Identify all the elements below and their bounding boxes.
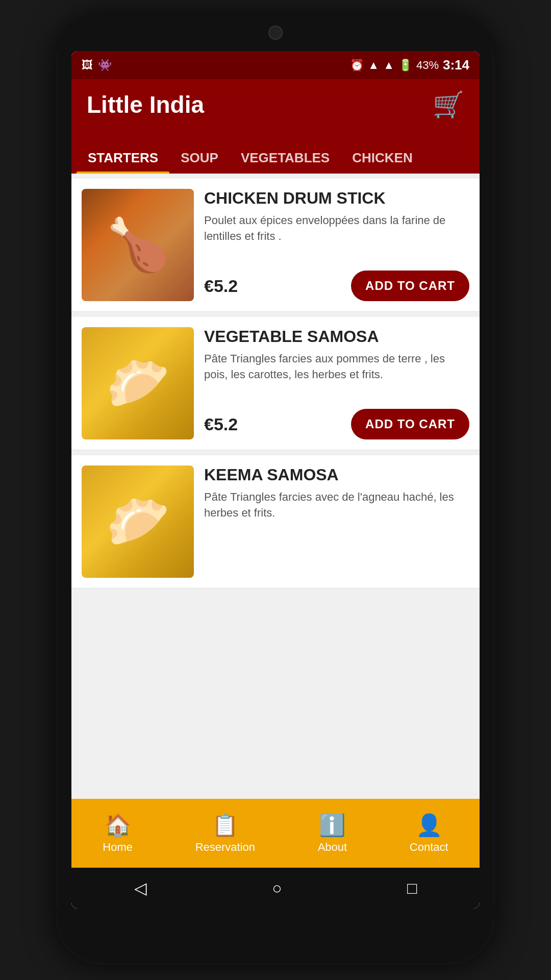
item-footer-samosa: €5.2 ADD TO CART <box>204 409 469 439</box>
item-price-drumstick: €5.2 <box>204 276 238 296</box>
recents-button[interactable]: □ <box>407 879 417 898</box>
app-title: Little India <box>87 91 204 118</box>
reservation-icon: 📋 <box>212 813 238 838</box>
alarm-icon: ⏰ <box>350 59 364 72</box>
home-button[interactable]: ○ <box>272 879 282 898</box>
category-tabs: STARTERS SOUP VEGETABLES CHICKEN <box>71 130 480 174</box>
add-to-cart-samosa[interactable]: ADD TO CART <box>351 409 469 439</box>
nav-item-contact[interactable]: 👤 Contact <box>410 813 448 854</box>
phone-bottom <box>56 909 495 934</box>
phone-frame: 🖼 👾 ⏰ ▲ ▲ 🔋 43% 3:14 Little India 🛒 STAR… <box>56 15 495 965</box>
item-price-samosa: €5.2 <box>204 414 238 434</box>
menu-item-chicken-drum-stick: CHICKEN DRUM STICK Poulet aux épices env… <box>71 179 480 312</box>
tab-vegetables[interactable]: VEGETABLES <box>230 142 341 174</box>
item-footer-drumstick: €5.2 ADD TO CART <box>204 271 469 301</box>
item-name-samosa: VEGETABLE SAMOSA <box>204 327 469 346</box>
battery-percentage: 43% <box>416 59 439 72</box>
bottom-nav: 🏠 Home 📋 Reservation ℹ️ About 👤 Contact <box>71 799 480 868</box>
status-time: 3:14 <box>443 57 469 73</box>
about-label: About <box>318 841 347 854</box>
item-info-keema: KEEMA SAMOSA Pâte Triangles farcies avec… <box>204 465 469 578</box>
item-desc-samosa: Pâte Triangles farcies aux pommes de ter… <box>204 351 469 383</box>
home-icon: 🏠 <box>105 813 131 838</box>
menu-item-vegetable-samosa: VEGETABLE SAMOSA Pâte Triangles farcies … <box>71 317 480 450</box>
tab-chicken[interactable]: CHICKEN <box>341 142 423 174</box>
wifi-icon: ▲ <box>368 59 379 72</box>
status-bar: 🖼 👾 ⏰ ▲ ▲ 🔋 43% 3:14 <box>71 51 480 79</box>
tab-starters[interactable]: STARTERS <box>77 142 169 174</box>
face-icon: 👾 <box>98 59 112 72</box>
image-icon: 🖼 <box>82 59 93 72</box>
item-image-keema <box>82 465 194 578</box>
menu-item-keema-samosa: KEEMA SAMOSA Pâte Triangles farcies avec… <box>71 455 480 589</box>
battery-icon: 🔋 <box>398 59 412 72</box>
status-left-icons: 🖼 👾 <box>82 59 112 72</box>
phone-notch <box>56 15 495 51</box>
about-icon: ℹ️ <box>319 813 345 838</box>
phone-screen: 🖼 👾 ⏰ ▲ ▲ 🔋 43% 3:14 Little India 🛒 STAR… <box>71 51 480 909</box>
contact-label: Contact <box>410 841 448 854</box>
app-header: Little India 🛒 <box>71 79 480 130</box>
nav-item-reservation[interactable]: 📋 Reservation <box>195 813 255 854</box>
item-desc-keema: Pâte Triangles farcies avec de l'agneau … <box>204 489 469 521</box>
cart-icon[interactable]: 🛒 <box>433 90 464 119</box>
status-right-icons: ⏰ ▲ ▲ 🔋 43% 3:14 <box>350 57 469 73</box>
menu-list: CHICKEN DRUM STICK Poulet aux épices env… <box>71 174 480 799</box>
android-nav-bar: ◁ ○ □ <box>71 868 480 909</box>
nav-item-home[interactable]: 🏠 Home <box>103 813 133 854</box>
contact-icon: 👤 <box>416 813 442 838</box>
item-image-samosa <box>82 327 194 439</box>
add-to-cart-drumstick[interactable]: ADD TO CART <box>351 271 469 301</box>
reservation-label: Reservation <box>195 841 255 854</box>
item-name-keema: KEEMA SAMOSA <box>204 465 469 484</box>
tab-soup[interactable]: SOUP <box>169 142 230 174</box>
nav-item-about[interactable]: ℹ️ About <box>318 813 347 854</box>
back-button[interactable]: ◁ <box>134 878 147 898</box>
item-info-drumstick: CHICKEN DRUM STICK Poulet aux épices env… <box>204 189 469 301</box>
item-image-drumstick <box>82 189 194 301</box>
camera <box>268 26 283 40</box>
item-name-drumstick: CHICKEN DRUM STICK <box>204 189 469 208</box>
home-label: Home <box>103 841 133 854</box>
item-info-samosa: VEGETABLE SAMOSA Pâte Triangles farcies … <box>204 327 469 439</box>
item-desc-drumstick: Poulet aux épices enveloppées dans la fa… <box>204 213 469 244</box>
signal-icon: ▲ <box>383 59 394 72</box>
